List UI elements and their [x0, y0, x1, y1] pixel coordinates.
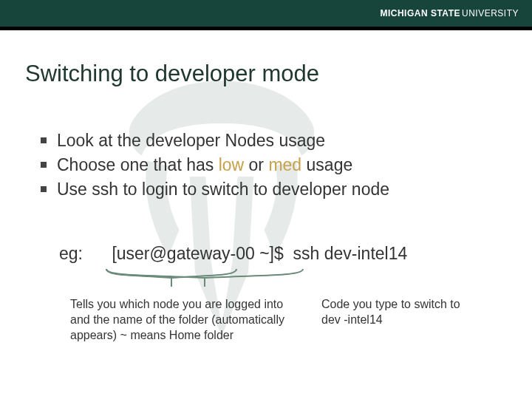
brand-part1: MICHIGAN STATE — [380, 8, 460, 18]
bullet-text-low: low — [219, 155, 245, 174]
note-prompt-explanation: Tells you which node you are logged into… — [70, 297, 292, 343]
header-bar: MICHIGAN STATEUNIVERSITY — [0, 0, 532, 27]
bullet-marker — [41, 162, 47, 168]
bullet-marker — [41, 137, 47, 143]
bullet-list: Look at the developer Nodes usage Choose… — [41, 129, 502, 202]
brand-text: MICHIGAN STATEUNIVERSITY — [380, 8, 519, 18]
bullet-text: Look at the developer Nodes usage — [57, 131, 325, 150]
header-accent — [0, 27, 532, 30]
bullet-text-med: med — [268, 155, 301, 174]
bullet-marker — [41, 186, 47, 192]
bullet-item: Use ssh to login to switch to developer … — [41, 178, 502, 201]
brand-part2: UNIVERSITY — [462, 8, 519, 18]
spartan-icon — [89, 70, 355, 336]
bullet-text-post: usage — [301, 155, 352, 174]
slide: MICHIGAN STATEUNIVERSITY Switching to de… — [0, 0, 532, 399]
shell-command: ssh dev-intel14 — [293, 244, 408, 263]
bullet-text: Use ssh to login to switch to developer … — [57, 180, 389, 199]
example-label: eg: — [59, 244, 107, 264]
bullet-item: Choose one that has low or med usage — [41, 154, 502, 177]
shell-prompt: [user@gateway-00 ~]$ — [112, 244, 283, 263]
example-line: eg: [user@gateway-00 ~]$ ssh dev-intel14 — [59, 244, 510, 264]
spartan-watermark — [89, 70, 355, 336]
brace-right — [105, 267, 238, 290]
bullet-text-mid: or — [244, 155, 268, 174]
annotation-notes: Tells you which node you are logged into… — [70, 297, 517, 343]
slide-title: Switching to developer mode — [25, 61, 319, 87]
bullet-item: Look at the developer Nodes usage — [41, 129, 502, 152]
note-command-explanation: Code you type to switch to dev -intel14 — [321, 297, 477, 343]
bullet-text-pre: Choose one that has — [57, 155, 219, 174]
